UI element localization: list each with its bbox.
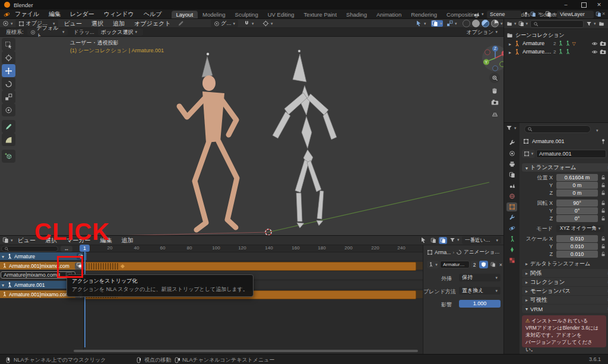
scale-z-field[interactable]: 0.010 (556, 251, 598, 258)
outliner-search-input[interactable] (530, 20, 584, 28)
object-name-field[interactable]: Armature.001 (536, 150, 606, 158)
rotation-z-field[interactable]: 0° (556, 215, 598, 222)
lock-icon[interactable] (600, 216, 606, 221)
location-y-field[interactable]: 0 m (556, 182, 598, 189)
rotation-mode-dropdown[interactable]: XYZ オイラー角 (556, 225, 604, 232)
action-selector-icon[interactable] (427, 261, 439, 268)
viewlayer-selector-icon[interactable] (545, 11, 556, 17)
scene-selector-icon[interactable] (473, 11, 484, 17)
xray-toggle-icon[interactable] (446, 20, 457, 27)
rotation-y-field[interactable]: 0° (556, 207, 598, 214)
transform-orientation-dropdown[interactable]: グロ... (211, 20, 238, 27)
relations-panel-header[interactable]: 関係 (522, 269, 608, 277)
scale-x-field[interactable]: 0.010 (556, 235, 598, 242)
close-button[interactable]: ✕ (590, 0, 608, 10)
menu-file[interactable]: ファイル (10, 10, 44, 18)
lock-icon[interactable] (600, 182, 606, 188)
nla-strip-action-1[interactable] (85, 262, 416, 271)
blender-menu-icon[interactable] (4, 11, 10, 18)
tab-rendering[interactable]: Rendering (406, 11, 442, 18)
menu-window[interactable]: ウィンドウ (99, 10, 139, 18)
expand-icon[interactable] (509, 49, 514, 55)
nla-menu-add[interactable]: 追加 (116, 236, 138, 245)
nla-h-scrollbar[interactable] (74, 350, 418, 352)
lock-icon[interactable] (600, 251, 606, 257)
viewport-menu-select[interactable]: 選択 (87, 20, 108, 28)
tool-measure[interactable] (2, 133, 15, 146)
blend-dropdown[interactable]: 置き換え (459, 287, 501, 295)
viewlayer-selector[interactable]: ViewLayer (557, 11, 594, 18)
viewport-menu-add[interactable]: 追加 (108, 20, 129, 28)
fake-user-shield-button[interactable] (479, 261, 488, 268)
tab-layout[interactable]: Layout (172, 11, 198, 18)
outliner-display-mode-icon[interactable] (518, 21, 528, 27)
transform-panel-header[interactable]: トランスフォーム (522, 163, 608, 172)
properties-search-input[interactable] (524, 125, 591, 133)
select-mode-dropdown[interactable]: ボックス選択 (98, 29, 143, 36)
visibility-panel-header[interactable]: 可視性 (522, 296, 608, 304)
tab-render[interactable] (506, 149, 517, 158)
action-users-badge[interactable]: 2 (471, 261, 478, 268)
nla-editor-type-icon[interactable] (2, 237, 13, 243)
menu-edit[interactable]: 編集 (44, 10, 65, 18)
disable-render-icon[interactable] (600, 40, 606, 47)
scale-y-field[interactable]: 0.010 (556, 243, 598, 250)
menu-render[interactable]: レンダー (65, 10, 99, 18)
gizmo-toggle-icon[interactable] (416, 20, 426, 27)
lock-icon[interactable] (600, 190, 606, 196)
lock-icon[interactable] (600, 208, 606, 214)
tab-uv-editing[interactable]: UV Editing (263, 11, 299, 18)
remove-viewlayer-icon[interactable]: × (602, 11, 605, 17)
zoom-icon[interactable] (489, 72, 500, 83)
tab-animation[interactable]: Animation (372, 11, 406, 18)
new-collection-icon[interactable] (598, 21, 604, 27)
expand-icon[interactable] (2, 254, 7, 259)
outliner-row-armature[interactable]: Armature 2 ▽ (509, 40, 607, 47)
lock-icon[interactable] (600, 243, 606, 249)
tool-rotate[interactable] (2, 77, 15, 90)
outliner-row-scene-collection[interactable]: シーンコレクション (506, 31, 565, 39)
tab-object[interactable] (506, 202, 517, 211)
nla-filter-icon[interactable] (449, 237, 460, 243)
options-dropdown[interactable]: オプション (466, 29, 498, 36)
tab-modeling[interactable]: Modeling (198, 11, 230, 18)
unlink-scene-icon[interactable]: × (538, 11, 541, 17)
influence-slider[interactable]: 1.000 (459, 300, 501, 308)
hide-eye-icon[interactable] (591, 49, 598, 55)
outliner-row-armature-001[interactable]: Armature.001 2 (509, 48, 607, 55)
delta-transform-panel[interactable]: デルタトランスフォーム (525, 260, 590, 268)
tab-scene[interactable] (506, 181, 517, 190)
location-x-field[interactable]: 0.61604 m (556, 174, 598, 181)
pan-hand-icon[interactable] (489, 85, 500, 96)
outliner-filter-icon[interactable] (586, 21, 596, 27)
ortho-toggle-icon[interactable] (489, 108, 500, 119)
properties-filter-dropdown[interactable] (594, 126, 598, 133)
tool-transform[interactable] (2, 103, 15, 116)
lock-icon[interactable] (600, 175, 606, 181)
viewport-menu-object[interactable]: オブジェクト (129, 20, 175, 28)
copy-action-button[interactable] (489, 261, 497, 268)
proportional-edit-icon[interactable] (262, 20, 273, 27)
shading-rendered-icon[interactable] (491, 20, 499, 27)
menu-help[interactable]: ヘルプ (139, 10, 167, 18)
vrm-panel-header[interactable]: VRM (522, 305, 608, 313)
playhead-frame-badge[interactable]: 1 (80, 245, 90, 252)
tab-view-layer[interactable] (506, 170, 517, 179)
tab-texture[interactable] (506, 256, 517, 265)
lock-icon[interactable] (600, 200, 606, 206)
snap-magnet-icon[interactable] (243, 20, 254, 27)
shading-material-icon[interactable] (482, 20, 489, 27)
nla-overlap-a-icon[interactable] (429, 237, 438, 244)
action-name-field[interactable]: Armature.00... (440, 261, 470, 268)
pin-icon[interactable] (523, 11, 529, 17)
snap-mode-dropdown[interactable]: 一番近いフレーム (462, 236, 501, 244)
nla-search-input[interactable] (1, 246, 58, 252)
minimize-button[interactable]: – (557, 0, 575, 10)
lock-icon[interactable] (600, 236, 606, 242)
outliner-editor-icon[interactable] (506, 21, 517, 27)
collections-panel-header[interactable]: コレクション (522, 278, 608, 286)
viewport-canvas[interactable]: ユーザー・透視投影 (1) シーンコレクション | Armature.001 Z… (0, 37, 504, 235)
motion-paths-panel-header[interactable]: モーションパス (522, 287, 608, 295)
new-viewlayer-icon[interactable] (596, 11, 601, 17)
new-scene-icon[interactable] (530, 11, 536, 17)
